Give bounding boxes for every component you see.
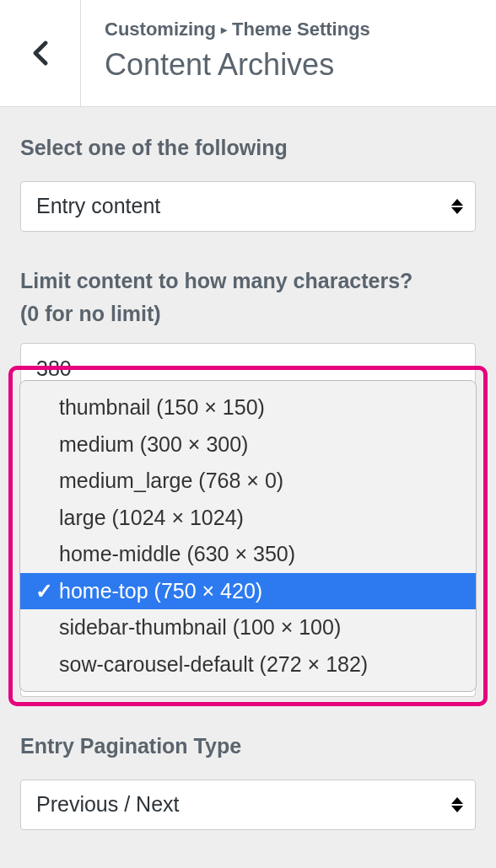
breadcrumb-parent: Customizing: [105, 19, 216, 40]
select-arrows-icon: [451, 797, 463, 812]
chevron-left-icon: [33, 40, 48, 66]
dropdown-item-thumbnail[interactable]: thumbnail (150 × 150): [20, 389, 476, 426]
image-size-dropdown-highlight: thumbnail (150 × 150) medium (300 × 300)…: [8, 366, 488, 706]
label-char-limit-1: Limit content to how many characters?: [20, 265, 476, 297]
panel-header: Customizing ▸ Theme Settings Content Arc…: [0, 0, 496, 107]
dropdown-item-large[interactable]: large (1024 × 1024): [20, 500, 476, 537]
dropdown-item-sow-carousel[interactable]: sow-carousel-default (272 × 182): [20, 646, 476, 683]
dropdown-item-label: sidebar-thumbnail (100 × 100): [59, 612, 341, 644]
dropdown-item-medium-large[interactable]: medium_large (768 × 0): [20, 463, 476, 500]
breadcrumb-caret-icon: ▸: [221, 23, 227, 36]
label-content-type: Select one of the following: [20, 132, 476, 164]
dropdown-item-label: large (1024 × 1024): [59, 502, 244, 534]
page-title: Content Archives: [105, 47, 472, 83]
dropdown-item-label: sow-carousel-default (272 × 182): [59, 649, 368, 681]
dropdown-item-sidebar-thumbnail[interactable]: sidebar-thumbnail (100 × 100): [20, 609, 476, 646]
select-pagination-type-value: Previous / Next: [36, 792, 180, 817]
dropdown-item-label: home-middle (630 × 350): [59, 538, 295, 571]
dropdown-item-label: thumbnail (150 × 150): [59, 392, 265, 424]
breadcrumb-current: Theme Settings: [232, 19, 370, 40]
label-pagination-type: Entry Pagination Type: [20, 731, 476, 763]
select-content-type[interactable]: Entry content: [20, 181, 476, 232]
select-content-type-value: Entry content: [36, 194, 160, 218]
header-text: Customizing ▸ Theme Settings Content Arc…: [81, 0, 496, 106]
image-size-dropdown[interactable]: thumbnail (150 × 150) medium (300 × 300)…: [19, 380, 477, 692]
dropdown-item-label: medium_large (768 × 0): [59, 465, 283, 497]
dropdown-item-home-top[interactable]: ✓ home-top (750 × 420): [20, 573, 476, 610]
select-arrows-icon: [451, 199, 463, 214]
dropdown-item-home-middle[interactable]: home-middle (630 × 350): [20, 536, 476, 573]
dropdown-item-label: medium (300 × 300): [59, 429, 248, 461]
breadcrumb: Customizing ▸ Theme Settings: [105, 19, 472, 40]
label-char-limit-2: (0 for no limit): [20, 302, 476, 326]
dropdown-item-medium[interactable]: medium (300 × 300): [20, 426, 476, 463]
select-pagination-type[interactable]: Previous / Next: [20, 780, 476, 830]
back-button[interactable]: [0, 0, 81, 106]
dropdown-item-label: home-top (750 × 420): [59, 576, 262, 608]
check-icon: ✓: [35, 576, 59, 608]
